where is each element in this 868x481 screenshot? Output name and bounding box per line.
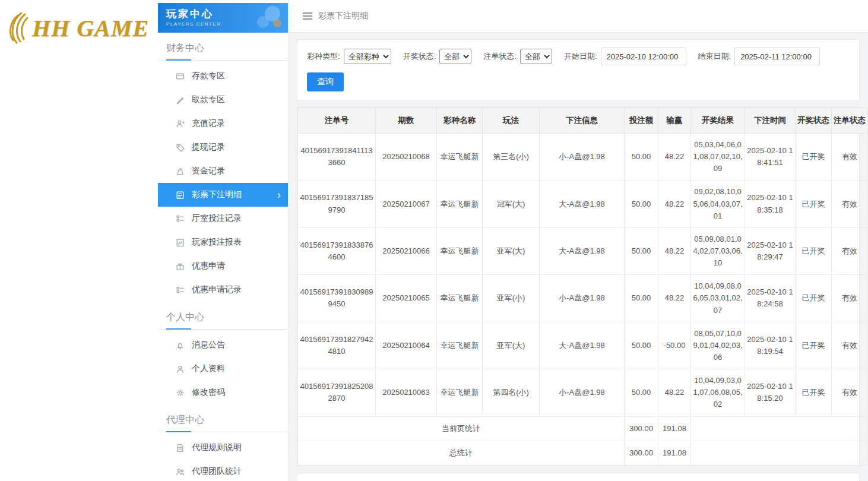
grid-icon — [176, 214, 185, 223]
bag-icon — [176, 167, 185, 176]
table-cell: 48.22 — [658, 275, 691, 322]
sidebar-item-profile[interactable]: 个人资料 — [158, 357, 288, 381]
table-cell: 2025-02-10 18:35:18 — [745, 181, 796, 227]
sidebar-item-cashout-records[interactable]: 提现记录 — [158, 135, 288, 159]
main-area: 彩票下注明细 彩种类型: 全部彩种 开奖状态: 全部 注单状态: — [289, 0, 868, 481]
person-icon — [176, 365, 185, 374]
table-cell: 50.00 — [625, 275, 658, 322]
table-cell: 已开奖 — [796, 369, 832, 416]
table-cell: 401569173918411133660 — [298, 134, 376, 181]
page-summary-row: 当前页统计300.00191.08 — [298, 416, 868, 441]
gift-icon — [176, 262, 185, 271]
sidebar-section-title: 财务中心 — [158, 33, 288, 61]
draw-status-label: 开奖状态: — [403, 51, 436, 62]
table-cell: 191.08 — [658, 441, 691, 465]
sidebar-nav: 财务中心存款专区取款专区充值记录提现记录资金记录彩票下注明细›厅室投注记录玩家投… — [158, 33, 288, 481]
table-cell: 亚军(小) — [483, 275, 540, 322]
column-header: 下注信息 — [540, 108, 625, 134]
sidebar-item-label: 资金记录 — [192, 166, 225, 176]
sidebar-section-title: 个人中心 — [158, 302, 288, 330]
sidebar-item-agent-team[interactable]: 代理团队统计 — [158, 460, 288, 481]
sidebar-item-recharge-records[interactable]: 充值记录 — [158, 112, 288, 135]
table-cell: 已开奖 — [796, 134, 832, 181]
start-date-label: 开始日期: — [564, 51, 597, 62]
table-cell: 幸运飞艇新 — [437, 227, 483, 274]
start-date-input[interactable] — [601, 48, 686, 65]
table-cell: 2025-02-10 18:24:58 — [745, 275, 796, 322]
logo: HH GAME — [0, 0, 158, 45]
sidebar-section-title: 代理中心 — [158, 404, 288, 432]
table-body: 40156917391841113366020250210068幸运飞艇新第三名… — [298, 134, 868, 466]
bets-table: 注单号期数彩种名称玩法下注信息投注额输赢开奖结果下注时间开奖状态注单状态 401… — [297, 107, 868, 466]
column-header: 注单号 — [298, 108, 376, 134]
table-cell: -50.00 — [658, 322, 691, 369]
doc-icon — [176, 444, 185, 452]
sidebar-item-deposit[interactable]: 存款专区 — [158, 64, 288, 88]
table-cell: 大-A盘@1.98 — [540, 181, 625, 227]
sidebar-item-promo-apply[interactable]: 优惠申请 — [158, 254, 288, 278]
table-cell: 50.00 — [625, 369, 658, 416]
gear-icon — [176, 388, 185, 397]
chevron-right-icon: › — [277, 189, 281, 200]
order-status-select[interactable]: 全部 — [520, 49, 552, 64]
sidebar-item-label: 代理规则说明 — [192, 442, 242, 453]
sidebar-item-label: 玩家投注报表 — [192, 237, 242, 248]
menu-toggle-icon[interactable] — [303, 12, 312, 20]
table-cell: 已开奖 — [796, 322, 832, 369]
table-cell: 300.00 — [625, 441, 658, 465]
sidebar-item-label: 优惠申请记录 — [192, 284, 242, 295]
sidebar-item-hall-bets[interactable]: 厅室投注记录 — [158, 207, 288, 230]
sidebar-item-label: 充值记录 — [192, 118, 225, 129]
table-cell: 亚军(大) — [483, 322, 540, 369]
end-date-input[interactable] — [734, 48, 820, 65]
sidebar-item-label: 取款专区 — [192, 94, 225, 105]
sidebar-item-label: 修改密码 — [192, 387, 225, 398]
sidebar-item-change-password[interactable]: 修改密码 — [158, 381, 288, 404]
table-cell: 401569173918338764600 — [298, 227, 376, 274]
billiard-balls-icon — [250, 5, 284, 33]
sidebar-header: 玩家中心 PLAYERS CENTER — [158, 3, 288, 33]
column-header: 注单状态 — [832, 108, 868, 134]
pagination-panel: 每页显示20条 共6条 首页 上一页 1 下一页 第 页 跳转 — [297, 473, 860, 481]
table-cell: 小-A盘@1.98 — [540, 369, 625, 416]
table-cell: 05,09,08,01,04,02,07,03,06,10 — [691, 227, 745, 274]
table-cell: 50.00 — [625, 322, 658, 369]
sidebar-item-player-report[interactable]: 玩家投注报表 — [158, 230, 288, 254]
table-cell: 20250210065 — [376, 275, 437, 322]
table-cell: 20250210063 — [376, 369, 437, 416]
table-cell: 48.22 — [658, 369, 691, 416]
table-row: 40156917391841113366020250210068幸运飞艇新第三名… — [298, 134, 868, 181]
lottery-type-label: 彩种类型: — [307, 51, 340, 62]
sidebar-item-withdraw[interactable]: 取款专区 — [158, 88, 288, 112]
sidebar-item-label: 彩票下注明细 — [192, 189, 242, 200]
table-cell: 总统计 — [298, 441, 625, 465]
table-cell: 191.08 — [658, 416, 691, 441]
column-header: 期数 — [376, 108, 437, 134]
table-header-row: 注单号期数彩种名称玩法下注信息投注额输赢开奖结果下注时间开奖状态注单状态 — [298, 108, 868, 134]
lottery-type-select[interactable]: 全部彩种 — [344, 49, 391, 64]
sidebar-item-promo-records[interactable]: 优惠申请记录 — [158, 278, 288, 302]
order-status-label: 注单状态: — [483, 51, 517, 62]
draw-status-select[interactable]: 全部 — [439, 49, 471, 64]
sidebar-item-agent-rules[interactable]: 代理规则说明 — [158, 436, 288, 460]
table-cell: 300.00 — [625, 416, 658, 441]
person-plus-icon — [176, 119, 185, 128]
table-cell: 冠军(大) — [483, 181, 540, 227]
table-cell: 48.22 — [658, 227, 691, 274]
sidebar-item-messages[interactable]: 消息公告 — [158, 333, 288, 357]
column-header: 玩法 — [483, 108, 540, 134]
table-cell: 小-A盘@1.98 — [540, 275, 625, 322]
sidebar-item-lottery-bets[interactable]: 彩票下注明细› — [158, 183, 288, 207]
sidebar-item-funds-records[interactable]: 资金记录 — [158, 159, 288, 183]
table-cell: 幸运飞艇新 — [437, 322, 483, 369]
table-cell: 有效 — [832, 181, 868, 227]
search-button[interactable]: 查询 — [307, 72, 344, 91]
table-cell: 第三名(小) — [483, 134, 540, 181]
table-cell: 已开奖 — [796, 227, 832, 274]
table-cell: 有效 — [832, 369, 868, 416]
total-summary-row: 总统计300.00191.08 — [298, 441, 868, 465]
table-cell: 50.00 — [625, 181, 658, 227]
sidebar-item-label: 存款专区 — [192, 71, 225, 81]
table-cell: 小-A盘@1.98 — [540, 134, 625, 181]
bell-icon — [176, 341, 185, 350]
